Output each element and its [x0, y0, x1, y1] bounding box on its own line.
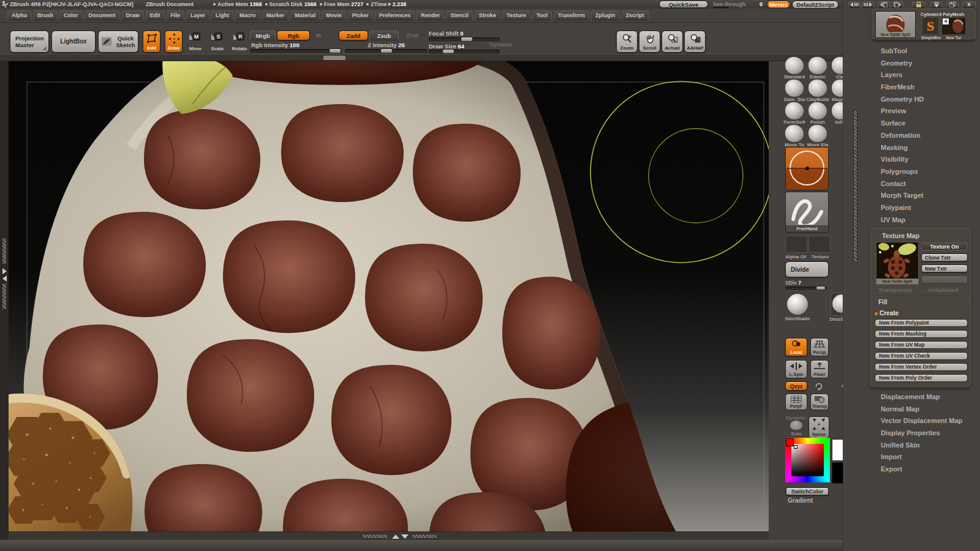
sdiv-slider[interactable]: [785, 287, 827, 290]
lsym-toggle[interactable]: L.Sym: [785, 360, 807, 378]
persp-toggle[interactable]: Persp: [810, 338, 829, 356]
section-fibermesh[interactable]: FiberMesh: [870, 81, 976, 94]
menu-macro[interactable]: Macro: [235, 10, 260, 20]
transp-toggle[interactable]: Transp: [810, 394, 829, 410]
close-button[interactable]: ×: [962, 1, 976, 8]
lightbox-button[interactable]: LightBox: [51, 31, 96, 53]
edit-button[interactable]: Edit: [143, 31, 160, 53]
menu-material[interactable]: Material: [290, 10, 320, 20]
rotate-y-icon[interactable]: [815, 382, 823, 390]
texture-slot[interactable]: [809, 236, 831, 253]
section-surface[interactable]: Surface: [870, 118, 976, 130]
rotate-button[interactable]: R Rotate: [231, 31, 248, 53]
m-button[interactable]: M: [312, 32, 325, 39]
section-unified-skin[interactable]: Unified Skin: [870, 440, 976, 452]
slider-handle[interactable]: [442, 49, 454, 54]
new-from-poly-order-button[interactable]: New From Poly Order: [875, 374, 968, 382]
menu-zscript[interactable]: Zscript: [622, 10, 649, 20]
menu-color[interactable]: Color: [59, 10, 83, 20]
draw-size-slider[interactable]: [429, 50, 500, 54]
slider-handle[interactable]: [816, 286, 826, 290]
menu-document[interactable]: Document: [85, 10, 120, 20]
brush-thumb-moveela[interactable]: [809, 125, 827, 142]
zadd-button[interactable]: Zadd: [339, 31, 368, 40]
menu-layer[interactable]: Layer: [186, 10, 209, 20]
brush-thumb-formsoft[interactable]: [785, 102, 804, 119]
mrgb-button[interactable]: Mrgb: [250, 31, 276, 40]
section-polygroups[interactable]: Polygroups: [870, 166, 976, 178]
new-txtr-button[interactable]: New Txtr: [921, 264, 968, 272]
slider-handle[interactable]: [461, 37, 473, 42]
current-stroke-preview[interactable]: FreeHand: [785, 192, 829, 233]
current-brush-preview[interactable]: [785, 147, 829, 190]
brush-thumb-moveto[interactable]: [785, 125, 804, 142]
projection-master-button[interactable]: Projection Master: [10, 31, 49, 53]
clone-txtr-button[interactable]: Clone Txtr: [921, 253, 968, 261]
alpha-slot[interactable]: [785, 236, 807, 253]
secondary-tool-thumb[interactable]: 4: [941, 17, 966, 35]
sv-square[interactable]: [791, 444, 824, 476]
new-from-vertex-order-button[interactable]: New From Vertex Order: [875, 363, 968, 371]
brush-thumb-elastic[interactable]: [809, 57, 827, 74]
create-subsection[interactable]: Create: [880, 310, 899, 317]
section-geometry[interactable]: Geometry: [870, 58, 976, 70]
scale-button[interactable]: S Scale: [209, 31, 226, 53]
lock-button[interactable]: [912, 1, 925, 8]
transparent-toggle[interactable]: Transparent: [878, 287, 911, 293]
floor-toggle[interactable]: Floor: [810, 360, 829, 378]
new-from-masking-button[interactable]: New From Masking: [875, 330, 968, 338]
material-thumb-skinshade[interactable]: [787, 294, 808, 315]
new-from-uv-map-button[interactable]: New From UV Map: [875, 341, 968, 349]
viewport-canvas[interactable]: [9, 61, 769, 531]
solo-sphere-icon[interactable]: [790, 421, 802, 430]
section-vector-displacement-map[interactable]: Vector Displacement Map: [870, 415, 976, 427]
section-preview[interactable]: Preview: [870, 105, 976, 118]
menu-texture[interactable]: Texture: [502, 10, 530, 20]
h-scrollbar-left[interactable]: [361, 534, 388, 539]
simplebrush-thumb[interactable]: S: [922, 17, 939, 35]
local-toggle[interactable]: Local: [785, 338, 807, 356]
menu-tool[interactable]: Tool: [532, 10, 552, 20]
gradient-toggle[interactable]: Gradient: [788, 497, 813, 504]
slider-handle[interactable]: [329, 48, 341, 53]
aahalf-button[interactable]: AAHalf: [684, 31, 706, 53]
section-geometry-hd[interactable]: Geometry HD: [870, 94, 976, 106]
new-from-uv-check-button[interactable]: New From UV Check: [875, 352, 968, 360]
menu-stroke[interactable]: Stroke: [475, 10, 500, 20]
brush-thumb-claybuildup[interactable]: [809, 80, 827, 97]
move-button[interactable]: M Move: [187, 31, 204, 53]
section-export[interactable]: Export: [870, 463, 976, 476]
palette-scrollbar[interactable]: [853, 110, 858, 263]
menu-preferences[interactable]: Preferences: [375, 10, 415, 20]
section-layers[interactable]: Layers: [870, 69, 976, 81]
scroll-down-icon[interactable]: [401, 534, 409, 539]
new-from-polypaint-button[interactable]: New From Polypaint: [875, 319, 968, 327]
active-tool-thumb[interactable]: New Turtle Split: [875, 11, 916, 38]
fill-subsection[interactable]: Fill: [878, 299, 887, 305]
section-visibility[interactable]: Visibility: [870, 154, 976, 166]
texture-map-thumb[interactable]: New Turtle Split: [876, 242, 919, 285]
texture-on-button[interactable]: Texture On: [921, 242, 968, 250]
polyf-toggle[interactable]: PolyF: [785, 394, 807, 410]
section-polypaint[interactable]: Polypaint: [870, 202, 976, 214]
zsub-button[interactable]: Zsub: [369, 31, 399, 40]
divide-button[interactable]: Divide: [785, 261, 829, 277]
focal-shift-slider[interactable]: [429, 37, 500, 42]
h-scrollbar-right[interactable]: [411, 534, 438, 539]
actual-button[interactable]: Actual: [662, 31, 683, 53]
menu-draw[interactable]: Draw: [122, 10, 144, 20]
section-morph-target[interactable]: Morph Target: [870, 190, 976, 202]
minimize-button[interactable]: [930, 1, 943, 8]
menu-render[interactable]: Render: [417, 10, 444, 20]
paste-document-button[interactable]: [891, 1, 903, 8]
rgb-button[interactable]: Rgb: [277, 31, 310, 40]
menu-alpha[interactable]: Alpha: [7, 10, 31, 20]
menu-transform[interactable]: Transform: [554, 10, 589, 20]
menu-picker[interactable]: Picker: [348, 10, 373, 20]
dynamic-toggle[interactable]: Dynamic: [486, 42, 516, 48]
scroll-button[interactable]: Scroll: [639, 31, 660, 53]
shelf-handle[interactable]: [323, 56, 345, 60]
quicksave-button[interactable]: QuickSave: [659, 1, 708, 8]
section-normal-map[interactable]: Normal Map: [870, 403, 976, 416]
left-scrollbar-upper[interactable]: [2, 238, 7, 264]
